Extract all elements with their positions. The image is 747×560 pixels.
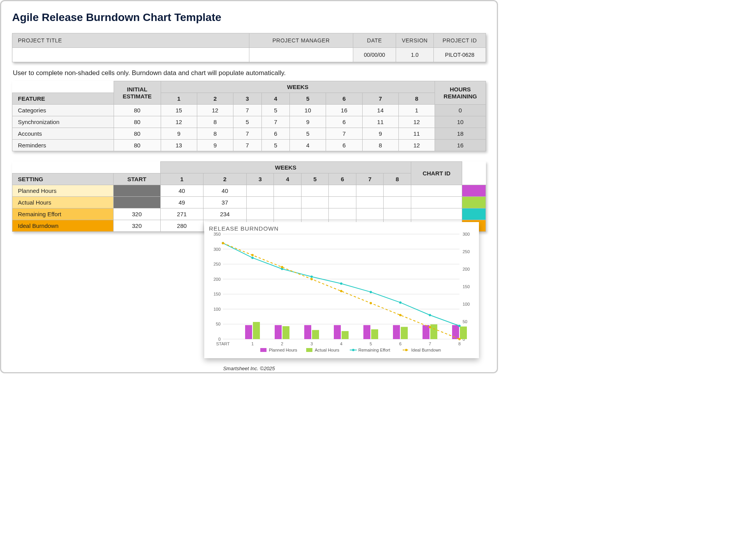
svg-point-64 xyxy=(429,326,431,328)
s-week-5: 5 xyxy=(301,173,329,185)
table-row: Reminders80139754681216 xyxy=(12,140,486,151)
week-4: 4 xyxy=(261,93,290,105)
svg-rect-47 xyxy=(460,327,467,339)
chart-swatch xyxy=(462,197,486,208)
week-1: 1 xyxy=(161,93,197,105)
svg-rect-40 xyxy=(253,322,260,339)
val-version: 1.0 xyxy=(396,48,433,62)
s-week-6: 6 xyxy=(329,173,356,185)
svg-text:8: 8 xyxy=(458,341,461,346)
svg-rect-36 xyxy=(363,325,370,339)
svg-text:5: 5 xyxy=(370,341,372,346)
svg-rect-44 xyxy=(371,329,378,339)
hdr-weeks: WEEKS xyxy=(161,81,435,93)
svg-rect-42 xyxy=(312,330,319,339)
svg-rect-39 xyxy=(452,325,459,339)
col-version: VERSION xyxy=(396,33,433,48)
week-3: 3 xyxy=(233,93,261,105)
svg-point-74 xyxy=(405,349,407,351)
s-week-7: 7 xyxy=(356,173,384,185)
svg-text:6: 6 xyxy=(399,341,402,346)
hdr-initial-estimate: INITIAL ESTIMATE xyxy=(114,81,161,105)
svg-point-52 xyxy=(340,282,342,285)
project-header-table: PROJECT TITLE PROJECT MANAGER DATE VERSI… xyxy=(12,33,486,62)
svg-text:350: 350 xyxy=(214,232,221,236)
svg-text:100: 100 xyxy=(214,307,221,312)
svg-rect-38 xyxy=(423,325,430,339)
svg-text:300: 300 xyxy=(463,232,470,236)
svg-point-55 xyxy=(429,314,431,316)
chart-swatch xyxy=(462,185,486,197)
hdr-start: START xyxy=(114,173,161,185)
svg-text:150: 150 xyxy=(463,284,470,289)
svg-point-51 xyxy=(310,276,313,278)
svg-text:Actual Hours: Actual Hours xyxy=(315,348,339,352)
chart-swatch xyxy=(462,208,486,220)
svg-point-49 xyxy=(251,257,254,259)
val-project-manager[interactable] xyxy=(249,48,353,62)
svg-point-57 xyxy=(222,242,224,244)
svg-point-61 xyxy=(340,290,342,292)
s-week-1: 1 xyxy=(160,173,203,185)
svg-text:0: 0 xyxy=(218,337,221,341)
svg-text:50: 50 xyxy=(463,319,467,324)
svg-text:1: 1 xyxy=(251,341,254,346)
week-7: 7 xyxy=(362,93,398,105)
week-6: 6 xyxy=(326,93,362,105)
svg-rect-32 xyxy=(245,325,252,339)
svg-rect-35 xyxy=(334,325,341,339)
col-project-title: PROJECT TITLE xyxy=(12,33,249,48)
val-project-id: PILOT-0628 xyxy=(434,48,486,62)
val-project-title[interactable] xyxy=(12,48,249,62)
svg-point-56 xyxy=(458,325,461,327)
hdr-setting: SETTING xyxy=(12,173,114,185)
svg-point-60 xyxy=(310,278,313,280)
settings-table: WEEKS CHART ID SETTING START 1 2 3 4 5 6… xyxy=(12,161,486,232)
hdr-feature: FEATURE xyxy=(12,93,114,105)
svg-point-58 xyxy=(251,254,254,256)
svg-text:2: 2 xyxy=(281,341,283,346)
svg-text:Remaining Effort: Remaining Effort xyxy=(358,348,390,352)
s-week-8: 8 xyxy=(384,173,411,185)
svg-text:300: 300 xyxy=(214,247,221,252)
week-5: 5 xyxy=(290,93,326,105)
svg-text:250: 250 xyxy=(214,262,221,266)
table-row: Remaining Effort320271234 xyxy=(12,208,486,220)
svg-rect-45 xyxy=(401,327,408,340)
s-week-2: 2 xyxy=(203,173,247,185)
val-date: 00/00/00 xyxy=(353,48,396,62)
instruction-note: User to complete non-shaded cells only. … xyxy=(13,69,485,77)
table-row: Accounts8098765791118 xyxy=(12,128,486,140)
hdr-weeks2: WEEKS xyxy=(160,162,411,173)
svg-text:250: 250 xyxy=(463,249,470,254)
table-row: Synchronization801285796111210 xyxy=(12,116,486,128)
col-project-manager: PROJECT MANAGER xyxy=(249,33,353,48)
table-row: Planned Hours4040 xyxy=(12,185,486,197)
burndown-chart: RELEASE BURNDOWN 05010015020025030035005… xyxy=(204,222,479,358)
svg-rect-41 xyxy=(282,326,289,339)
hdr-hours-remaining: HOURS REMAINING xyxy=(435,81,486,105)
svg-point-53 xyxy=(370,291,372,293)
svg-text:7: 7 xyxy=(429,341,431,346)
svg-point-63 xyxy=(399,314,402,316)
table-row: Categories8015127510161410 xyxy=(12,105,486,116)
week-8: 8 xyxy=(398,93,435,105)
hdr-chart-id: CHART ID xyxy=(411,162,462,185)
week-2: 2 xyxy=(197,93,233,105)
svg-point-65 xyxy=(458,338,461,340)
svg-text:Planned Hours: Planned Hours xyxy=(269,348,297,352)
svg-text:150: 150 xyxy=(214,292,221,296)
col-project-id: PROJECT ID xyxy=(434,33,486,48)
svg-rect-68 xyxy=(306,348,312,352)
s-week-4: 4 xyxy=(274,173,302,185)
svg-rect-37 xyxy=(393,325,400,339)
svg-rect-34 xyxy=(304,325,311,339)
svg-point-59 xyxy=(281,266,283,268)
table-row: Actual Hours4937 xyxy=(12,197,486,208)
footer-copyright: Smartsheet Inc. ©2025 xyxy=(1,366,497,371)
svg-rect-33 xyxy=(275,325,282,339)
svg-rect-66 xyxy=(260,348,267,352)
svg-point-54 xyxy=(399,301,402,304)
svg-text:4: 4 xyxy=(340,341,342,346)
s-week-3: 3 xyxy=(246,173,274,185)
